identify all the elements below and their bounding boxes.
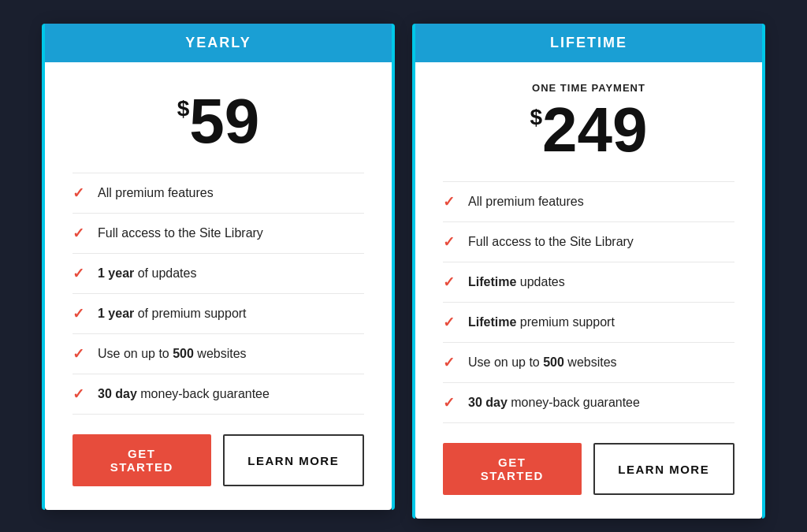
price-amount-yearly: 59 (189, 86, 259, 156)
get-started-button-yearly[interactable]: GET STARTED (73, 434, 211, 486)
feature-text-lifetime-1: Full access to the Site Library (468, 235, 634, 249)
feature-item-yearly-1: ✓Full access to the Site Library (73, 214, 364, 254)
check-icon-lifetime-3: ✓ (443, 314, 459, 331)
currency-symbol-yearly: $ (177, 98, 190, 120)
check-icon-yearly-0: ✓ (73, 184, 88, 202)
feature-item-yearly-4: ✓Use on up to 500 websites (73, 334, 364, 374)
card-body-lifetime: ONE TIME PAYMENT$249✓All premium feature… (415, 62, 762, 519)
check-icon-lifetime-0: ✓ (443, 193, 459, 210)
feature-text-lifetime-0: All premium features (468, 195, 584, 209)
learn-more-button-yearly[interactable]: LEARN MORE (223, 434, 365, 486)
pricing-card-yearly: YEARLY$59✓All premium features✓Full acce… (45, 24, 392, 510)
feature-item-yearly-3: ✓1 year of premium support (73, 294, 364, 334)
feature-item-lifetime-3: ✓Lifetime premium support (443, 303, 734, 343)
feature-text-yearly-4: Use on up to 500 websites (98, 347, 247, 361)
feature-item-yearly-0: ✓All premium features (73, 173, 364, 214)
feature-item-lifetime-1: ✓Full access to the Site Library (443, 222, 734, 262)
get-started-button-lifetime[interactable]: GET STARTED (443, 443, 582, 495)
feature-text-yearly-1: Full access to the Site Library (98, 226, 263, 240)
price-display-yearly: $59 (73, 90, 364, 153)
check-icon-yearly-1: ✓ (73, 225, 88, 242)
check-icon-lifetime-5: ✓ (443, 394, 459, 411)
feature-text-lifetime-5: 30 day money-back guarantee (468, 396, 640, 410)
feature-text-yearly-0: All premium features (98, 186, 214, 200)
features-list-lifetime: ✓All premium features✓Full access to the… (443, 181, 734, 423)
one-time-label-lifetime: ONE TIME PAYMENT (443, 82, 734, 94)
feature-text-yearly-5: 30 day money-back guarantee (98, 387, 270, 401)
learn-more-button-lifetime[interactable]: LEARN MORE (593, 443, 735, 495)
feature-item-yearly-5: ✓30 day money-back guarantee (73, 374, 364, 415)
pricing-card-lifetime: LIFETIMEONE TIME PAYMENT$249✓All premium… (415, 24, 762, 519)
card-header-lifetime: LIFETIME (415, 24, 762, 62)
price-amount-lifetime: 249 (542, 95, 647, 165)
features-list-yearly: ✓All premium features✓Full access to the… (73, 173, 364, 415)
card-actions-lifetime: GET STARTEDLEARN MORE (443, 443, 734, 495)
feature-text-yearly-2: 1 year of updates (98, 266, 196, 281)
feature-text-lifetime-2: Lifetime updates (468, 275, 565, 289)
feature-item-yearly-2: ✓1 year of updates (73, 254, 364, 294)
pricing-container: YEARLY$59✓All premium features✓Full acce… (16, 24, 791, 519)
card-header-yearly: YEARLY (45, 24, 392, 62)
card-actions-yearly: GET STARTEDLEARN MORE (73, 434, 364, 486)
check-icon-lifetime-1: ✓ (443, 233, 459, 251)
check-icon-yearly-3: ✓ (73, 305, 88, 322)
feature-item-lifetime-2: ✓Lifetime updates (443, 262, 734, 303)
feature-item-lifetime-0: ✓All premium features (443, 181, 734, 222)
feature-text-lifetime-4: Use on up to 500 websites (468, 355, 617, 370)
check-icon-lifetime-4: ✓ (443, 354, 459, 371)
check-icon-yearly-5: ✓ (73, 385, 88, 403)
check-icon-yearly-2: ✓ (73, 265, 88, 282)
feature-text-lifetime-3: Lifetime premium support (468, 315, 615, 329)
feature-text-yearly-3: 1 year of premium support (98, 307, 247, 321)
check-icon-yearly-4: ✓ (73, 345, 88, 363)
price-display-lifetime: $249 (443, 99, 734, 162)
check-icon-lifetime-2: ✓ (443, 273, 459, 291)
feature-item-lifetime-4: ✓Use on up to 500 websites (443, 343, 734, 383)
card-body-yearly: $59✓All premium features✓Full access to … (45, 62, 392, 510)
feature-item-lifetime-5: ✓30 day money-back guarantee (443, 383, 734, 423)
currency-symbol-lifetime: $ (530, 106, 542, 128)
